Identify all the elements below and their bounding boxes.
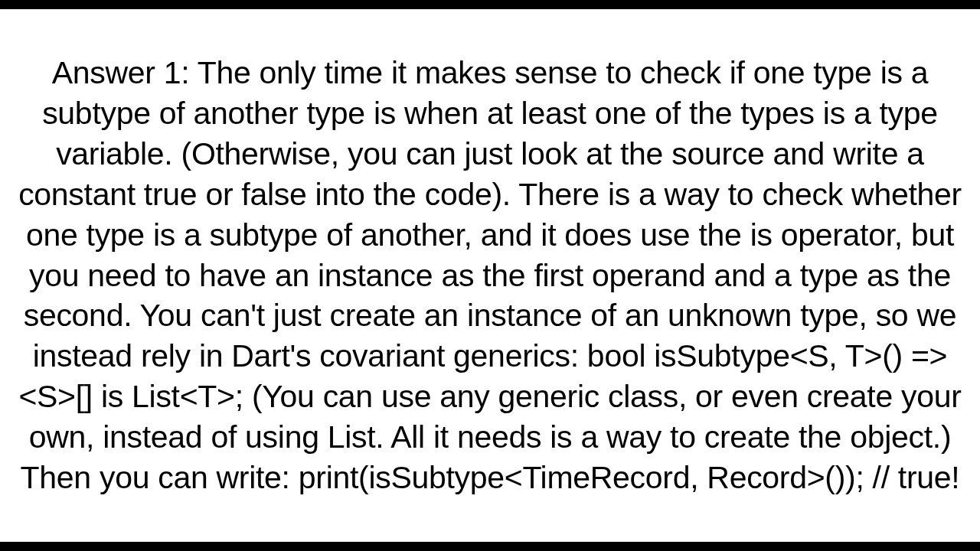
answer-text: Answer 1: The only time it makes sense t…	[5, 53, 975, 498]
content-area: Answer 1: The only time it makes sense t…	[0, 9, 980, 542]
